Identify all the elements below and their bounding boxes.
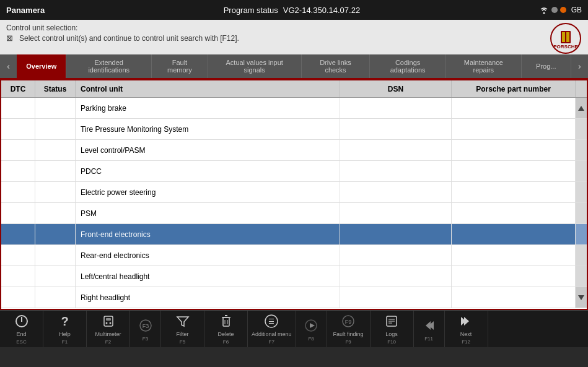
tab-fault-memory[interactable]: Fault memory — [152, 54, 208, 78]
tab-prev-button[interactable]: ‹ — [0, 54, 17, 78]
td-dsn — [340, 203, 452, 223]
tab-actual-values[interactable]: Actual values input signals — [208, 54, 302, 78]
table-row[interactable]: PSM — [1, 203, 587, 224]
svg-point-13 — [105, 322, 107, 324]
bottom-toolbar: End ESC ? Help F1 Multimeter F2 — [0, 310, 588, 347]
tab-maintenance[interactable]: Maintenance repairs — [446, 54, 522, 78]
status-dots — [539, 6, 566, 14]
td-scroll-down[interactable] — [576, 287, 587, 308]
tab-overview[interactable]: Overview — [17, 54, 66, 78]
table-row-selected[interactable]: Front-end electronics — [1, 224, 587, 245]
th-status: Status — [35, 80, 76, 97]
td-part-number — [452, 119, 576, 139]
td-control-unit: Level control/PASM — [76, 140, 340, 160]
svg-marker-7 — [578, 106, 584, 111]
td-dsn — [340, 266, 452, 287]
top-bar-right: GB — [539, 6, 582, 14]
tab-extended-ids[interactable]: Extended identifications — [66, 54, 152, 78]
td-control-unit: PSM — [76, 203, 340, 223]
td-status — [35, 245, 76, 266]
td-part-number — [452, 98, 576, 118]
menu-icon: ☰ — [263, 313, 280, 329]
svg-rect-12 — [106, 318, 111, 321]
end-button[interactable]: End ESC — [0, 311, 43, 347]
svg-text:PORSCHE: PORSCHE — [553, 44, 578, 50]
td-dtc — [1, 224, 35, 244]
warn-icon: ⊠ — [6, 33, 13, 43]
tab-next-button[interactable]: › — [571, 54, 588, 78]
svg-marker-8 — [578, 295, 584, 300]
table-row[interactable]: Tire Pressure Monitoring System — [1, 119, 587, 140]
td-part-number — [452, 287, 576, 308]
td-dtc — [1, 203, 35, 223]
additional-menu-key: F7 — [269, 339, 274, 345]
table-row[interactable]: PDCC — [1, 161, 587, 182]
td-status — [35, 203, 76, 223]
td-part-number — [452, 140, 576, 160]
logs-label: Logs — [385, 331, 398, 337]
tab-codings[interactable]: Codings adaptations — [370, 54, 446, 78]
delete-button[interactable]: Delete F6 — [204, 311, 248, 347]
table-row[interactable]: Level control/PASM — [1, 140, 587, 161]
additional-menu-button[interactable]: ☰ Additional menu F7 — [248, 311, 296, 347]
td-dsn — [340, 98, 452, 118]
svg-point-14 — [109, 322, 111, 324]
table-body: Parking brake Tire Pressure Monitoring S… — [1, 98, 587, 309]
filter-button[interactable]: Filter F5 — [161, 311, 204, 347]
multimeter-button[interactable]: Multimeter F2 — [87, 311, 130, 347]
f8-button[interactable]: F8 — [296, 311, 327, 347]
tab-bar: ‹ Overview Extended identifications Faul… — [0, 54, 588, 79]
app-title: Panamera — [6, 6, 45, 15]
end-label: End — [16, 331, 26, 337]
td-empty — [576, 161, 587, 181]
status-dot-2 — [560, 7, 566, 13]
svg-marker-17 — [177, 317, 188, 326]
filter-key: F5 — [180, 339, 185, 345]
th-dsn: DSN — [340, 80, 452, 97]
th-scroll — [576, 80, 587, 97]
td-dsn — [340, 140, 452, 160]
logs-key: F10 — [387, 339, 396, 345]
td-dsn — [340, 287, 452, 308]
th-dtc: DTC — [1, 80, 35, 97]
td-control-unit: Front-end electronics — [76, 224, 340, 244]
td-dtc — [1, 98, 35, 118]
table-row[interactable]: Left/central headlight — [1, 266, 587, 287]
svg-text:F3: F3 — [142, 323, 149, 329]
tab-drive-links[interactable]: Drive links checks — [302, 54, 371, 78]
multimeter-label: Multimeter — [95, 331, 121, 337]
th-control-unit: Control unit — [76, 80, 340, 97]
td-empty — [576, 182, 587, 202]
td-dsn — [340, 224, 452, 244]
delete-icon — [217, 313, 235, 329]
fault-finding-key: F9 — [345, 339, 351, 345]
table-row[interactable]: Parking brake — [1, 98, 587, 119]
td-control-unit: Parking brake — [76, 98, 340, 118]
fault-finding-button[interactable]: F9 Fault finding F9 — [327, 311, 371, 347]
breadcrumb-text: Select control unit(s) and continue to c… — [19, 34, 239, 43]
table-row[interactable]: Right headlight — [1, 287, 587, 308]
multimeter-key: F2 — [105, 339, 111, 345]
td-part-number — [452, 224, 576, 244]
table-row[interactable]: Rear-end electronics — [1, 245, 587, 266]
back-button[interactable]: F11 — [414, 311, 445, 347]
td-empty — [576, 224, 587, 244]
tab-prog[interactable]: Prog... — [522, 54, 571, 78]
td-scroll-up[interactable] — [576, 98, 587, 118]
table-row[interactable]: Electric power steering — [1, 182, 587, 203]
delete-key: F6 — [223, 339, 229, 345]
help-button[interactable]: ? Help F1 — [43, 311, 87, 347]
logs-button[interactable]: Logs F10 — [371, 311, 414, 347]
td-dtc — [1, 182, 35, 202]
help-key: F1 — [62, 339, 68, 345]
next-button[interactable]: Next F12 — [445, 311, 488, 347]
td-empty — [576, 203, 587, 223]
td-dsn — [340, 245, 452, 266]
td-control-unit: Tire Pressure Monitoring System — [76, 119, 340, 139]
logs-icon — [383, 313, 400, 329]
td-dtc — [1, 140, 35, 160]
back-icon — [420, 317, 437, 334]
f3-button[interactable]: F3 F3 — [130, 311, 161, 347]
status-dot-1 — [551, 7, 558, 13]
td-control-unit: Rear-end electronics — [76, 245, 340, 266]
